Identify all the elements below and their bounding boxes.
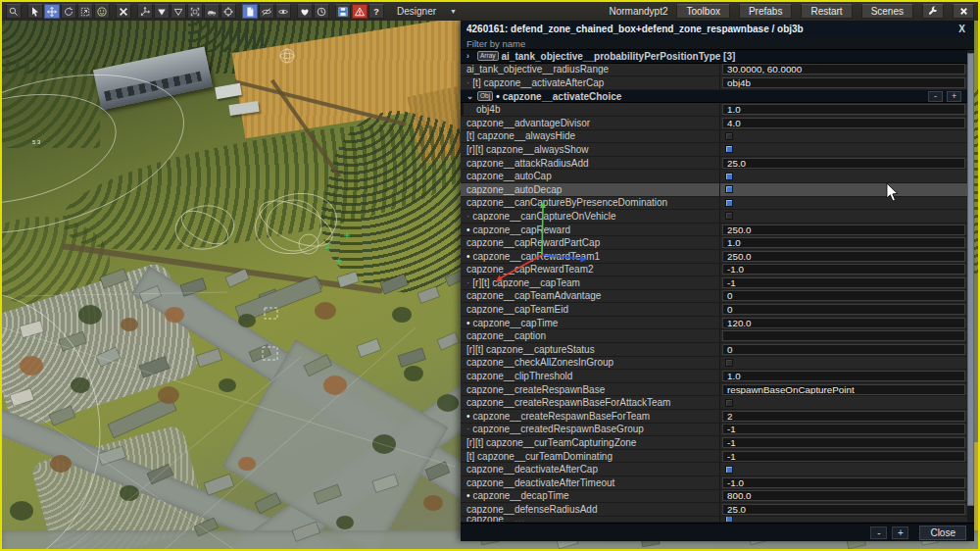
property-row[interactable]: capzone__autoDecap [461, 183, 967, 197]
eye-tool-button[interactable] [275, 4, 291, 19]
property-row[interactable]: capzone__clipThreshold1.0 [461, 370, 967, 383]
property-row[interactable]: ·capzone__canCaptureOnVehicle [461, 210, 967, 224]
help-tool-button[interactable]: ? [368, 4, 384, 19]
value-field[interactable]: 1.0 [722, 237, 965, 248]
scenes-button[interactable]: Scenes [861, 4, 913, 19]
value-field[interactable]: -1 [722, 277, 965, 288]
panel-title-bar[interactable]: 4260161: defend_zone_chained_box+defend_… [461, 21, 974, 37]
property-row[interactable]: capzone__defenseRadiusAdd25.0 [461, 503, 967, 517]
value-field[interactable]: 0 [722, 344, 965, 355]
document-tool-button[interactable] [242, 4, 258, 19]
window-close-button[interactable] [953, 4, 974, 19]
checkbox-unchecked[interactable] [725, 399, 733, 407]
value-field[interactable]: 1.0 [722, 104, 965, 115]
property-row[interactable]: capzone__capRewardPartCap1.0 [461, 236, 967, 250]
checkbox-checked[interactable] [725, 145, 733, 153]
rotate-tool-button[interactable] [61, 4, 76, 19]
restart-button[interactable]: Restart [801, 4, 852, 19]
value-field[interactable]: 800.0 [722, 490, 965, 501]
value-field[interactable]: 4.0 [722, 118, 965, 128]
select-cursor-tool-button[interactable] [27, 4, 43, 19]
clock-tool-button[interactable] [314, 4, 329, 19]
property-row[interactable]: capzone__checkAllZonesInGroup [461, 357, 967, 371]
smiley-tool-button[interactable] [94, 4, 110, 19]
property-row[interactable]: ·[t] capzone__activateAfterCapobj4b [461, 76, 967, 90]
panel-scrollbar[interactable] [967, 51, 974, 523]
value-field[interactable]: obj4b [722, 77, 965, 88]
property-row[interactable]: [t] capzone__alwaysHide [461, 130, 967, 144]
property-row[interactable]: [r][t] capzone__curTeamCapturingZone-1 [461, 436, 967, 450]
expanded-arrow-icon[interactable]: ⌄ [466, 91, 474, 101]
delete-tool-button[interactable] [116, 4, 131, 19]
search-tool-button[interactable] [6, 4, 22, 19]
property-row[interactable]: capzone__capTeamAdvantage0 [461, 290, 967, 304]
panel-close-button[interactable]: X [956, 24, 968, 34]
property-row[interactable]: capzone__createRespawnBaserespawnBaseOnC… [461, 383, 967, 397]
property-row[interactable]: •capzone__capReward250.0 [461, 224, 967, 237]
property-row[interactable]: •capzone__capTime120.0 [461, 317, 967, 330]
checkbox-checked[interactable] [725, 466, 733, 474]
remove-item-button[interactable]: - [928, 91, 943, 102]
property-row[interactable]: [r][t] capzone__captureStatus0 [461, 343, 967, 357]
property-row[interactable]: [r][t] capzone__alwaysShow [461, 143, 967, 157]
target-tool-button[interactable] [220, 4, 236, 19]
scrollbar-thumb[interactable] [967, 53, 974, 506]
scale-tool-button[interactable] [77, 4, 93, 19]
value-field[interactable]: 1.0 [722, 371, 965, 381]
value-field[interactable]: -1.0 [722, 264, 965, 275]
footer-plus-button[interactable]: + [892, 526, 908, 539]
checkbox-unchecked[interactable] [725, 359, 733, 367]
property-row[interactable]: capzone__capRewardTeam2-1.0 [461, 264, 967, 277]
property-row[interactable]: capzone__… [461, 517, 967, 523]
array-group-header[interactable]: ›Arrayai_tank_objective__probabilityPerP… [461, 50, 967, 64]
checkbox-unchecked[interactable] [725, 212, 733, 220]
value-field[interactable] [722, 330, 965, 341]
checkbox-checked[interactable] [725, 517, 733, 523]
property-row[interactable]: obj4b1.0 [461, 103, 967, 117]
property-row[interactable]: ·[r][t] capzone__capTeam-1 [461, 276, 967, 290]
value-field[interactable]: 250.0 [722, 251, 965, 262]
property-row[interactable]: ·capzone__createdRespawnBaseGroup-1 [461, 424, 967, 437]
property-row[interactable]: •capzone__createRespawnBaseForTeam2 [461, 410, 967, 424]
value-field[interactable]: -1 [722, 437, 965, 448]
value-field[interactable]: 25.0 [722, 158, 965, 169]
add-item-button[interactable]: + [947, 91, 961, 102]
value-field[interactable]: -1.0 [722, 477, 965, 488]
value-field[interactable]: 120.0 [722, 318, 965, 328]
settings-wrench-button[interactable] [922, 4, 944, 19]
property-row[interactable]: capzone__deactivateAfterCap [461, 463, 967, 476]
value-field[interactable]: -1 [722, 451, 965, 462]
checkbox-checked[interactable] [725, 185, 733, 193]
collapsed-arrow-icon[interactable]: › [466, 51, 474, 61]
object-group-header[interactable]: ⌄Obj•capzone__activateChoice-+ [461, 90, 967, 104]
value-field[interactable]: 30.0000, 60.0000 [722, 64, 965, 75]
property-row[interactable]: capzone__autoCap [461, 170, 967, 183]
vehicle-tool-button[interactable] [204, 4, 220, 19]
value-field[interactable]: 250.0 [722, 225, 965, 235]
value-field[interactable]: 0 [722, 304, 965, 315]
save-tool-button[interactable] [335, 4, 351, 19]
warning-tool-button[interactable] [352, 4, 368, 19]
property-row[interactable]: capzone__caption [461, 329, 967, 343]
triangle-outline-tool-button[interactable] [171, 4, 186, 19]
axis-arrows-tool-button[interactable] [137, 4, 153, 19]
property-row[interactable]: capzone__canCaptureByPresenceDomination [461, 197, 967, 211]
filter-input[interactable] [461, 37, 974, 49]
property-row[interactable]: •capzone__capRewardTeam1250.0 [461, 250, 967, 264]
value-field[interactable]: respawnBaseOnCapturePoint [722, 384, 965, 395]
checkbox-checked[interactable] [725, 199, 733, 207]
property-row[interactable]: capzone__createRespawnBaseForAttackTeam [461, 396, 967, 410]
value-field[interactable]: -1 [722, 424, 965, 434]
checkbox-checked[interactable] [725, 173, 733, 180]
property-row[interactable]: capzone__deactivateAfterTimeout-1.0 [461, 476, 967, 490]
property-row[interactable]: ai_tank_objective__radiusRange30.0000, 6… [461, 64, 967, 77]
property-row[interactable]: •capzone__decapTime800.0 [461, 490, 967, 504]
eye-off-tool-button[interactable] [259, 4, 274, 19]
close-panel-button[interactable]: Close [919, 526, 966, 540]
footer-minus-button[interactable]: - [870, 526, 887, 539]
property-row[interactable]: [t] capzone__curTeamDominating-1 [461, 450, 967, 464]
prefabs-button[interactable]: Prefabs [739, 4, 792, 19]
value-field[interactable]: 2 [722, 411, 965, 422]
value-field[interactable]: 25.0 [722, 504, 965, 515]
property-row[interactable]: capzone__advantageDivisor4.0 [461, 117, 967, 130]
